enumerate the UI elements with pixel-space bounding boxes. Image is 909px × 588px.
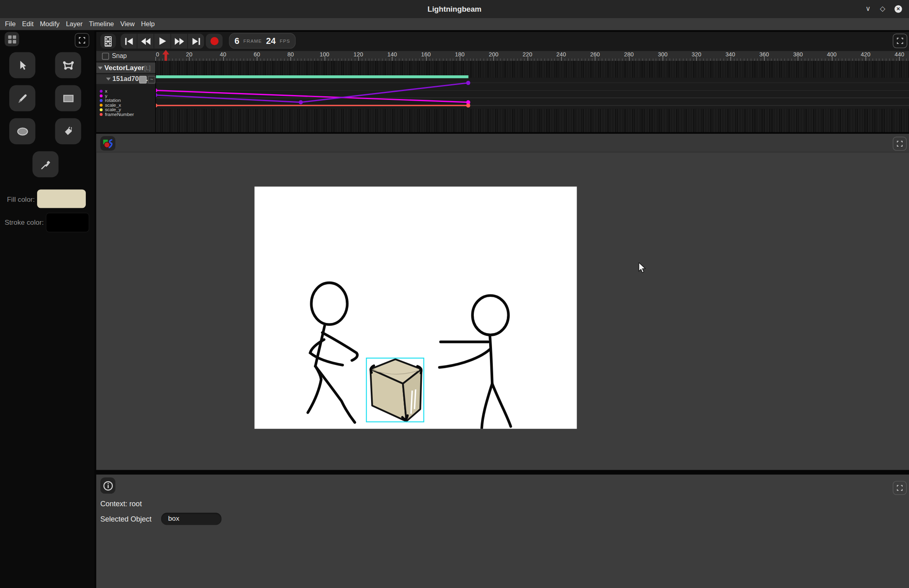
pencil-tool-button[interactable]: [9, 85, 35, 111]
shade-button[interactable]: ∨: [865, 5, 871, 13]
stick-figure-right[interactable]: [440, 296, 511, 428]
stroke-color-label: Stroke color:: [5, 218, 44, 226]
property-row-y[interactable]: y: [96, 93, 156, 98]
timeline-expand-button[interactable]: [893, 33, 907, 48]
paint-bucket-icon: [62, 125, 74, 137]
ruler-tick: [527, 57, 528, 61]
box-object[interactable]: [366, 358, 423, 422]
ruler-tick: [865, 57, 866, 61]
ruler-label: 200: [485, 51, 502, 58]
record-button[interactable]: [206, 33, 223, 48]
ruler-tick: [731, 57, 731, 61]
property-row-scale_x[interactable]: scale_x: [96, 103, 156, 108]
inspector-panel-button[interactable]: [100, 478, 115, 494]
timeline-frames[interactable]: [156, 61, 909, 132]
stage-expand-button[interactable]: [893, 137, 907, 151]
ruler-tick: [257, 57, 257, 61]
ruler-label: 220: [519, 51, 536, 58]
ruler-tick: [291, 57, 291, 61]
transform-tool-button[interactable]: [55, 52, 81, 78]
ruler-tick: [798, 57, 798, 61]
inspector-panel: Context: root Selected Object box: [96, 474, 909, 588]
object-tween-toggle[interactable]: ~: [148, 76, 156, 83]
fill-color-swatch[interactable]: [37, 189, 86, 208]
inspector-expand-button[interactable]: [893, 481, 907, 495]
ellipse-tool-button[interactable]: [9, 118, 35, 145]
eyedropper-icon: [40, 159, 52, 170]
select-tool-button[interactable]: [9, 52, 35, 78]
menu-help[interactable]: Help: [138, 18, 158, 30]
panel-grid-button[interactable]: [5, 32, 19, 46]
skip-to-end-button[interactable]: [187, 33, 204, 48]
object-row[interactable]: 151ad70a... ~: [96, 74, 156, 84]
menu-edit[interactable]: Edit: [19, 18, 37, 30]
collapse-triangle-icon[interactable]: [98, 66, 103, 69]
property-row-scale_y[interactable]: scale_y: [96, 108, 156, 112]
ruler-tick: [189, 57, 190, 61]
ruler-scale[interactable]: 0204060801001201401601802002202402602803…: [156, 51, 909, 61]
ruler-label: 120: [350, 51, 367, 58]
rewind-button[interactable]: [137, 33, 154, 48]
property-row-frameNumber[interactable]: frameNumber: [96, 112, 156, 117]
fast-forward-button[interactable]: [170, 33, 187, 48]
rectangle-tool-button[interactable]: [55, 85, 81, 111]
skip-to-start-button[interactable]: [120, 33, 137, 48]
timeline-panel-button[interactable]: [100, 33, 116, 48]
tools-expand-button[interactable]: [75, 33, 89, 48]
ruler-label: 40: [214, 51, 232, 58]
property-row-rotation[interactable]: rotation: [96, 98, 156, 103]
ruler-tick: [460, 57, 460, 61]
property-row-x[interactable]: x: [96, 89, 156, 93]
timeline-panel: 6 FRAME 24 FPS Snap 02040608010012014016…: [96, 32, 909, 132]
menu-timeline[interactable]: Timeline: [86, 18, 117, 30]
property-color-dot: [100, 89, 102, 92]
snap-checkbox[interactable]: [102, 53, 109, 60]
skip-to-end-icon: [192, 37, 201, 45]
maximize-button[interactable]: ◇: [880, 5, 885, 13]
object-visibility-toggle[interactable]: [139, 76, 147, 83]
play-button[interactable]: [154, 33, 170, 48]
app-window: Lightningbeam ∨◇✕ FileEditModifyLayerTim…: [0, 0, 909, 588]
keyframe-dot-x[interactable]: [299, 100, 303, 104]
paint-bucket-tool-button[interactable]: [55, 118, 81, 145]
ruler-label: 20: [181, 51, 198, 58]
stroke-color-swatch[interactable]: [46, 213, 89, 232]
fill-color-label: Fill color:: [7, 195, 35, 203]
property-name: frameNumber: [105, 112, 134, 117]
rewind-icon: [141, 37, 150, 45]
ruler-tick: [324, 57, 325, 61]
keyframe-dot-frameNumber[interactable]: [466, 104, 470, 108]
menu-bar: FileEditModifyLayerTimelineViewHelp: [0, 18, 909, 30]
fps-value[interactable]: 24: [266, 36, 276, 46]
snap-label: Snap: [112, 51, 127, 61]
frame-counter: 6 FRAME 24 FPS: [229, 33, 295, 49]
timeline-ruler[interactable]: Snap 02040608010012014016018020022024026…: [96, 51, 909, 61]
playback-controls: [120, 33, 204, 48]
ruler-tick: [595, 57, 596, 61]
close-button[interactable]: ✕: [894, 5, 902, 13]
ruler-tick: [392, 57, 392, 61]
stage-canvas[interactable]: [255, 186, 577, 429]
menu-modify[interactable]: Modify: [37, 18, 63, 30]
stick-figure-left[interactable]: [308, 283, 357, 422]
expand-icon: [897, 141, 903, 147]
playhead[interactable]: [162, 50, 169, 61]
layer-row-vectorlayer[interactable]: VectorLayer[L]: [96, 62, 156, 73]
menu-file[interactable]: File: [2, 18, 19, 30]
menu-layer[interactable]: Layer: [63, 18, 86, 30]
grid-icon: [8, 35, 16, 43]
layer-name: VectorLayer: [104, 64, 144, 72]
collapse-triangle-icon[interactable]: [106, 78, 111, 81]
stage-panel-button[interactable]: [100, 136, 115, 151]
menu-view[interactable]: View: [117, 18, 138, 30]
ruler-label: 380: [789, 51, 807, 58]
selected-object-input[interactable]: box: [161, 513, 222, 525]
window-controls: ∨◇✕: [865, 0, 902, 18]
ellipse-icon: [16, 126, 29, 136]
keyframe-dot-x[interactable]: [466, 81, 470, 85]
ruler-label: 100: [316, 51, 333, 58]
frame-value[interactable]: 6: [235, 36, 239, 46]
ruler-tick: [899, 57, 900, 61]
property-color-dot: [100, 99, 102, 102]
eyedropper-tool-button[interactable]: [33, 151, 59, 178]
